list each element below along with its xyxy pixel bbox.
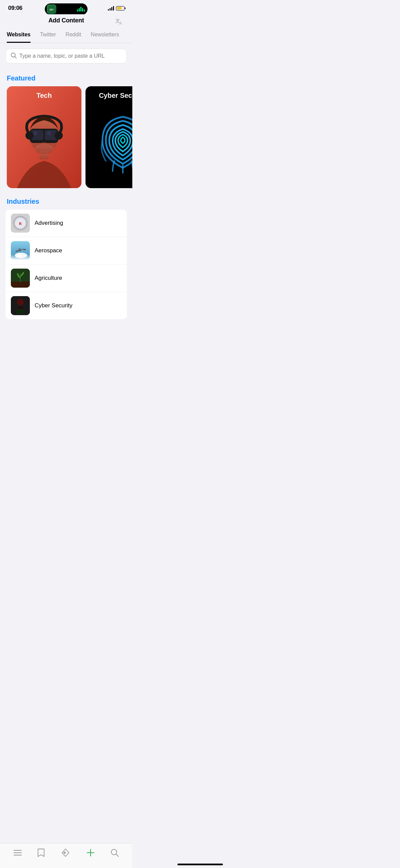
status-right-icons [108,6,126,11]
status-time: 09:06 [8,5,22,12]
cyber-card-image [85,86,132,188]
svg-line-5 [15,57,16,58]
svg-point-4 [11,53,15,57]
tab-websites[interactable]: Websites [7,28,31,43]
industry-name-agriculture: Agriculture [35,275,62,282]
industries-section-title: Industries [0,194,132,210]
industry-item-aerospace[interactable]: Aerospace [5,237,127,265]
status-bar: 09:06 DIY [0,0,132,14]
svg-point-12 [47,131,51,135]
industry-item-agriculture[interactable]: Agriculture [5,265,127,292]
industry-thumbnail-aerospace [11,241,30,260]
industry-name-aerospace: Aerospace [35,247,62,254]
page-title: Add Content [49,17,84,24]
search-bar [5,49,127,64]
tab-reddit[interactable]: Reddit [65,28,81,43]
industry-thumbnail-agriculture [11,269,30,288]
svg-point-28 [15,253,22,257]
island-thumbnail: DIY [47,4,56,14]
card-cyber-label: Cyber Security [99,92,132,100]
svg-point-17 [39,142,49,149]
featured-card-cyber[interactable]: Cyber Security [85,86,132,188]
industries-list: R Advertising [5,210,127,319]
svg-text:R: R [19,221,22,225]
tech-card-image [7,86,81,188]
dynamic-island: DIY [45,3,88,15]
svg-point-13 [25,131,34,140]
industry-thumbnail-advertising: R [11,214,30,233]
main-content: Featured Tech [0,68,132,356]
search-input[interactable] [19,53,122,59]
translate-button[interactable]: 文 A [113,15,126,28]
industry-item-cybersecurity[interactable]: _ Cyber Security [5,292,127,319]
featured-cards-scroll: Tech [0,86,132,194]
svg-rect-31 [11,282,30,288]
content-tabs: Websites Twitter Reddit Newsletters [0,28,132,43]
translate-icon: 文 A [115,16,124,25]
tab-newsletters[interactable]: Newsletters [91,28,119,43]
tab-twitter[interactable]: Twitter [40,28,56,43]
header: Add Content 文 A [0,14,132,28]
svg-point-14 [55,131,63,140]
svg-point-11 [33,131,37,135]
svg-text:_: _ [20,310,21,312]
featured-card-tech[interactable]: Tech [7,86,81,188]
industry-item-advertising[interactable]: R Advertising [5,210,127,237]
industry-name-cybersecurity: Cyber Security [35,302,72,309]
search-container [0,43,132,68]
svg-text:DIY: DIY [50,8,54,11]
island-audio-bars [77,7,85,12]
featured-section-title: Featured [0,70,132,86]
search-icon [11,52,17,60]
industry-thumbnail-cybersecurity: _ [11,296,30,315]
battery-icon [116,6,126,11]
industry-name-advertising: Advertising [35,220,63,227]
svg-text:A: A [119,20,122,25]
card-tech-label: Tech [36,92,52,100]
signal-icon [108,6,114,11]
